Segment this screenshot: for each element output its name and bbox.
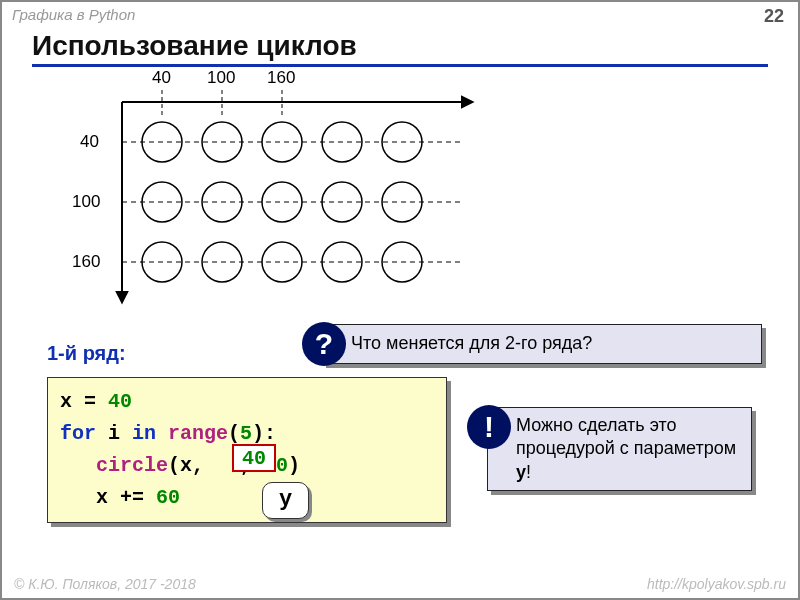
diagram-svg <box>62 72 492 302</box>
slide-title: Использование циклов <box>32 30 768 67</box>
footer-url: http://kpolyakov.spb.ru <box>647 576 786 592</box>
row-label-0: 40 <box>80 132 99 152</box>
tip-text: Можно сделать это процедурой с параметро… <box>516 415 736 482</box>
tip-box: Можно сделать это процедурой с параметро… <box>487 407 752 491</box>
question-box: Что меняется для 2-го ряда? <box>322 324 762 364</box>
header-title: Графика в Python <box>12 6 135 23</box>
circle-grid-diagram: 40 100 160 40 100 160 <box>62 72 492 302</box>
first-row-label: 1-й ряд: <box>47 342 126 365</box>
y-bubble: y <box>262 482 309 519</box>
col-label-0: 40 <box>152 68 171 88</box>
slide: Графика в Python 22 Использование циклов <box>0 0 800 600</box>
exclaim-icon: ! <box>467 405 511 449</box>
page-number: 22 <box>764 6 784 27</box>
question-icon: ? <box>302 322 346 366</box>
question-text: Что меняется для 2-го ряда? <box>351 332 592 355</box>
footer-copyright: © К.Ю. Поляков, 2017 -2018 <box>14 576 196 592</box>
col-label-1: 100 <box>207 68 235 88</box>
col-label-2: 160 <box>267 68 295 88</box>
highlight-40: 40 <box>232 444 276 472</box>
row-label-1: 100 <box>72 192 100 212</box>
row-label-2: 160 <box>72 252 100 272</box>
